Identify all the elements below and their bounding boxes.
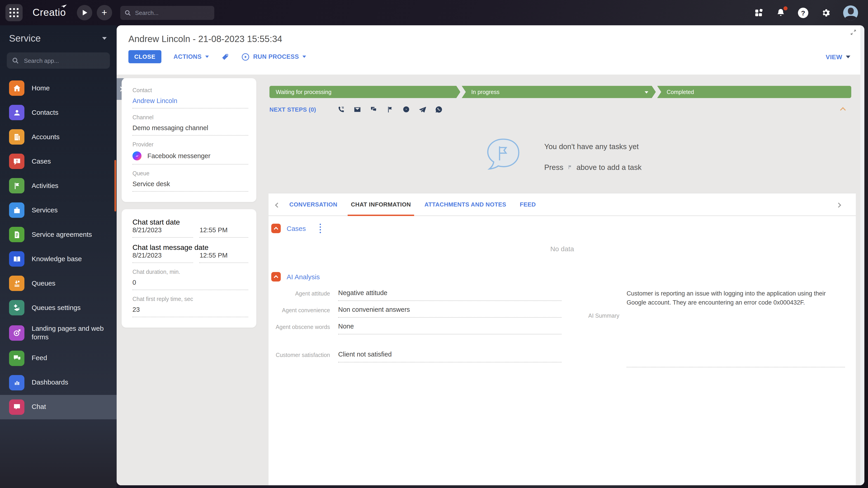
notifications-button[interactable] bbox=[776, 8, 786, 18]
ai-section-title[interactable]: AI Analysis bbox=[287, 273, 320, 281]
tab-chat-information[interactable]: CHAT INFORMATION bbox=[351, 193, 411, 216]
customer-satisfaction-value[interactable]: Client not satisfied bbox=[338, 351, 561, 362]
tab-attachments-and-notes[interactable]: ATTACHMENTS AND NOTES bbox=[425, 193, 506, 216]
chat-first-reply-value[interactable]: 23 bbox=[132, 306, 248, 317]
collapse-ai-button[interactable] bbox=[271, 272, 281, 282]
channel-value[interactable]: Demo messaging channel bbox=[132, 124, 248, 135]
tab-conversation[interactable]: CONVERSATION bbox=[289, 193, 337, 216]
facebook-messenger-icon bbox=[132, 151, 142, 160]
chevron-up-icon bbox=[274, 275, 278, 280]
workspace-selector[interactable]: Service bbox=[0, 25, 117, 49]
cases-section-title[interactable]: Cases bbox=[287, 225, 306, 232]
flag-icon bbox=[567, 164, 573, 170]
close-button[interactable]: CLOSE bbox=[128, 50, 161, 63]
agent-obscene-words-field: Agent obscene words None bbox=[271, 323, 561, 334]
sidebar-item-home[interactable]: Home bbox=[0, 76, 117, 100]
sidebar-scrollbar-thumb[interactable] bbox=[114, 160, 116, 212]
chat-start-date-value[interactable]: 8/21/2023 bbox=[132, 226, 193, 238]
expand-icon[interactable] bbox=[850, 29, 857, 37]
tabs-scroll-right-button[interactable] bbox=[832, 200, 846, 208]
next-steps-label[interactable]: NEXT STEPS (0) bbox=[270, 106, 316, 113]
contacts-icon bbox=[9, 105, 24, 120]
creatio-logo: Creatio bbox=[33, 7, 66, 19]
sidebar-item-accounts[interactable]: Accounts bbox=[0, 125, 117, 149]
page-title: Andrew Lincoln - 21-08-2023 15:55:34 bbox=[128, 34, 282, 44]
chevron-down-icon bbox=[102, 37, 107, 40]
provider-value[interactable]: Facebook messenger bbox=[132, 151, 248, 164]
collapse-section-button[interactable] bbox=[841, 105, 845, 113]
user-avatar[interactable] bbox=[843, 5, 858, 20]
view-button[interactable]: VIEW bbox=[826, 53, 850, 60]
agent-convenience-value[interactable]: Non convenient answers bbox=[338, 306, 561, 318]
global-search[interactable] bbox=[120, 6, 214, 20]
sidebar-item-cases[interactable]: Cases bbox=[0, 149, 117, 173]
add-button[interactable]: + bbox=[96, 5, 112, 20]
whatsapp-icon[interactable] bbox=[434, 105, 443, 114]
stage-completed[interactable]: Completed bbox=[657, 86, 851, 98]
chat-stats-panel: Chat start date 8/21/2023 12:55 PM Chat … bbox=[122, 209, 256, 328]
left-column: Contact Andrew Lincoln Channel Demo mess… bbox=[122, 78, 256, 328]
sidebar-item-services[interactable]: Services bbox=[0, 198, 117, 222]
chevron-left-icon bbox=[275, 202, 280, 207]
tab-feed[interactable]: FEED bbox=[520, 193, 536, 216]
collapse-cases-button[interactable] bbox=[271, 224, 281, 233]
app-root: Creatio + ? Service bbox=[0, 0, 868, 488]
sidebar-item-dashboards[interactable]: Dashboards bbox=[0, 370, 117, 395]
contact-link[interactable]: Andrew Lincoln bbox=[132, 97, 248, 108]
sidebar-item-queues-settings[interactable]: Queues settings bbox=[0, 295, 117, 320]
app-search[interactable] bbox=[7, 53, 110, 69]
stage-in-progress[interactable]: In progress bbox=[462, 86, 656, 98]
chat-message-icon[interactable] bbox=[369, 105, 378, 114]
cases-menu-button[interactable] bbox=[318, 223, 322, 234]
marketplace-button[interactable] bbox=[754, 8, 764, 18]
actions-button[interactable]: ACTIONS bbox=[174, 53, 209, 60]
right-region: Waiting for processing In progress Compl… bbox=[269, 74, 856, 485]
sidebar-item-feed[interactable]: Feed bbox=[0, 346, 117, 370]
chat-start-time-value[interactable]: 12:55 PM bbox=[199, 226, 248, 238]
task-flag-icon[interactable] bbox=[385, 105, 394, 114]
sidebar-item-landing-pages[interactable]: Landing pages and web forms bbox=[0, 320, 117, 346]
search-icon bbox=[12, 57, 19, 64]
facebook-messenger-icon[interactable] bbox=[402, 105, 410, 114]
email-icon[interactable] bbox=[353, 105, 362, 114]
agent-obscene-words-value[interactable]: None bbox=[338, 323, 561, 334]
chat-last-date-value[interactable]: 8/21/2023 bbox=[132, 252, 193, 263]
agent-convenience-field: Agent convenience Non convenient answers bbox=[271, 306, 561, 318]
marketplace-icon bbox=[754, 8, 764, 18]
ai-section-header: AI Analysis bbox=[269, 265, 856, 282]
app-search-input[interactable] bbox=[23, 57, 105, 64]
sidebar-item-chat[interactable]: Chat bbox=[0, 395, 117, 419]
chat-last-time-value[interactable]: 12:55 PM bbox=[199, 252, 248, 263]
settings-button[interactable] bbox=[820, 7, 831, 18]
help-button[interactable]: ? bbox=[798, 7, 808, 18]
profile-panel: Contact Andrew Lincoln Channel Demo mess… bbox=[122, 78, 256, 202]
agent-attitude-value[interactable]: Negative attitude bbox=[338, 289, 561, 301]
global-search-input[interactable] bbox=[134, 9, 210, 17]
stage-waiting[interactable]: Waiting for processing bbox=[270, 86, 460, 98]
record-content: Contact Andrew Lincoln Channel Demo mess… bbox=[117, 74, 860, 485]
sidebar-item-activities[interactable]: Activities bbox=[0, 173, 117, 198]
queues-settings-icon bbox=[9, 300, 24, 315]
sidebar-item-knowledge-base[interactable]: Knowledge base bbox=[0, 247, 117, 271]
record-header: Andrew Lincoln - 21-08-2023 15:55:34 CLO… bbox=[117, 25, 860, 74]
tags-button[interactable] bbox=[221, 53, 229, 61]
chat-duration-value[interactable]: 0 bbox=[132, 279, 248, 290]
telegram-icon[interactable] bbox=[418, 105, 427, 114]
queue-value[interactable]: Service desk bbox=[132, 180, 248, 192]
sidebar-item-queues[interactable]: Queues bbox=[0, 271, 117, 295]
play-circle-icon bbox=[241, 53, 250, 61]
feed-icon bbox=[9, 350, 24, 366]
tabs-scroll-left-button[interactable] bbox=[270, 200, 284, 208]
knowledge-base-icon bbox=[9, 251, 24, 267]
sidebar-item-contacts[interactable]: Contacts bbox=[0, 100, 117, 125]
sidebar-item-service-agreements[interactable]: Service agreements bbox=[0, 222, 117, 247]
vertical-scrollbar-track[interactable] bbox=[860, 25, 864, 485]
search-icon bbox=[124, 9, 131, 16]
call-icon[interactable] bbox=[337, 105, 345, 114]
run-process-button[interactable]: RUN PROCESS bbox=[241, 53, 306, 61]
provider-field: Provider Facebook messenger bbox=[132, 141, 248, 164]
run-button[interactable] bbox=[76, 5, 92, 20]
ai-summary-value[interactable]: Customer is reporting an issue with logg… bbox=[627, 289, 845, 367]
task-bubble-icon bbox=[483, 136, 524, 177]
app-launcher-button[interactable] bbox=[5, 4, 23, 21]
